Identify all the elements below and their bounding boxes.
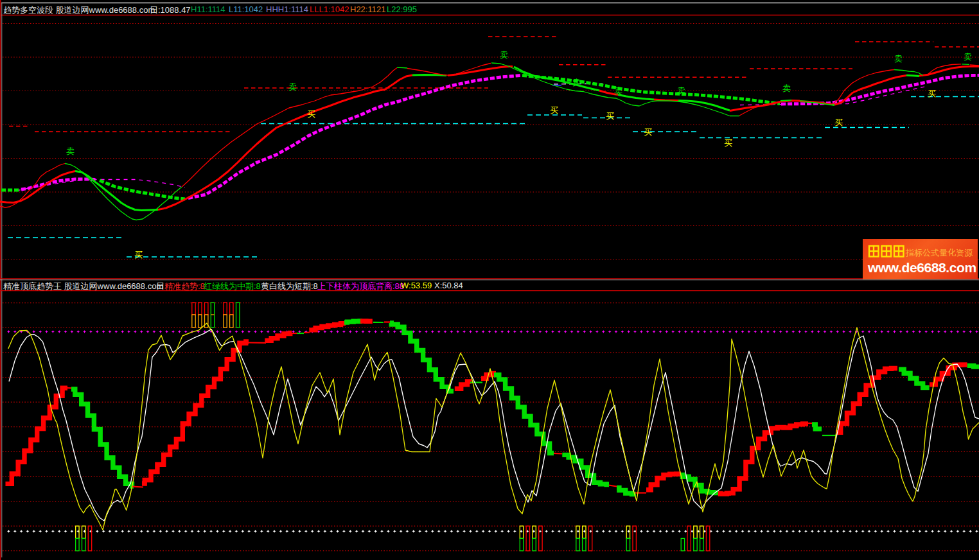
svg-text:卖: 卖 <box>782 83 791 93</box>
svg-text:卖: 卖 <box>500 50 508 60</box>
svg-text:买: 买 <box>307 109 315 119</box>
svg-text:卖: 卖 <box>614 86 622 96</box>
svg-text:买: 买 <box>644 127 652 137</box>
svg-text:卖: 卖 <box>288 82 297 92</box>
svg-text:卖: 卖 <box>572 78 581 87</box>
svg-text:买: 买 <box>724 138 732 148</box>
svg-text:买: 买 <box>550 105 558 115</box>
svg-text:买: 买 <box>834 118 843 127</box>
svg-text:卖: 卖 <box>964 52 972 62</box>
svg-text:买: 买 <box>606 111 614 121</box>
svg-text:买: 买 <box>134 250 143 259</box>
svg-text:买: 买 <box>928 89 936 98</box>
svg-text:卖: 卖 <box>894 54 903 64</box>
svg-text:卖: 卖 <box>677 86 685 96</box>
svg-text:卖: 卖 <box>66 146 75 156</box>
